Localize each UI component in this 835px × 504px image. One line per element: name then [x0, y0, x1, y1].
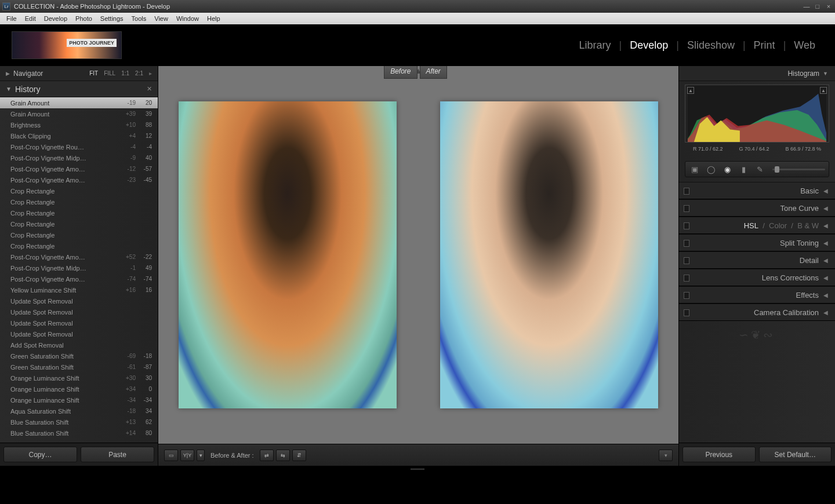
history-item[interactable]: Crop Rectangle [0, 218, 158, 229]
history-item[interactable]: Post-Crop Vignette Amo…-74-74 [0, 273, 158, 284]
module-library[interactable]: Library [571, 39, 619, 52]
panel-switch-icon[interactable] [684, 309, 689, 316]
zoom-2-1[interactable]: 2:1 [135, 70, 143, 76]
paste-button[interactable]: Paste [81, 447, 154, 462]
history-item[interactable]: Blue Saturation Shift+1480 [0, 428, 158, 439]
develop-panel-hsl[interactable]: HSL / Color / B & W◀ [679, 217, 835, 234]
menu-photo[interactable]: Photo [71, 15, 96, 22]
before-image[interactable] [158, 66, 418, 444]
history-item[interactable]: Add Spot Removal [0, 339, 158, 350]
zoom-more-icon[interactable]: ▸ [149, 70, 152, 76]
history-item[interactable]: Post-Crop Vignette Midp…-149 [0, 262, 158, 273]
history-item[interactable]: Post-Crop Vignette Amo…-23-45 [0, 174, 158, 185]
history-item[interactable]: Grain Amount+3939 [0, 108, 158, 119]
zoom-fill[interactable]: FILL [104, 70, 115, 76]
history-item[interactable]: Post-Crop Vignette Amo…-12-57 [0, 163, 158, 174]
copy-after-to-before-button[interactable]: ⇆ [276, 450, 290, 461]
redeye-tool-icon[interactable]: ◉ [721, 163, 733, 175]
history-item[interactable]: Blue Saturation Shift+1362 [0, 417, 158, 428]
history-item[interactable]: Crop Rectangle [0, 185, 158, 196]
module-web[interactable]: Web [786, 39, 823, 52]
menu-edit[interactable]: Edit [21, 15, 40, 22]
set-default-button[interactable]: Set Default… [759, 447, 832, 462]
history-item[interactable]: Update Spot Removal [0, 317, 158, 328]
histogram-header[interactable]: Histogram ▼ [679, 66, 835, 81]
menu-develop[interactable]: Develop [40, 15, 71, 22]
menu-window[interactable]: Window [172, 15, 203, 22]
hsl-tab[interactable]: HSL [744, 221, 758, 230]
menu-settings[interactable]: Settings [96, 15, 128, 22]
copy-button[interactable]: Copy… [3, 447, 77, 462]
develop-panel-camera[interactable]: Camera Calibration◀ [679, 304, 835, 321]
history-item[interactable]: Orange Luminance Shift+340 [0, 384, 158, 395]
develop-panel-basic[interactable]: Basic◀ [679, 182, 835, 199]
shadow-clipping-icon[interactable]: ▲ [687, 87, 694, 94]
module-develop[interactable]: Develop [622, 39, 676, 52]
develop-panel-split[interactable]: Split Toning◀ [679, 234, 835, 251]
history-item[interactable]: Update Spot Removal [0, 328, 158, 339]
window-controls: — □ × [801, 3, 833, 10]
history-clear-icon[interactable]: ✕ [147, 85, 152, 93]
highlight-clipping-icon[interactable]: ▲ [820, 87, 827, 94]
history-item[interactable]: Update Spot Removal [0, 295, 158, 306]
history-item[interactable]: Black Clipping+412 [0, 130, 158, 141]
history-item[interactable]: Brightness+1088 [0, 119, 158, 130]
history-item[interactable]: Yellow Luminance Shift+1616 [0, 284, 158, 295]
history-item[interactable]: Grain Amount-1920 [0, 97, 158, 108]
panel-switch-icon[interactable] [684, 240, 689, 247]
history-item[interactable]: Orange Luminance Shift+3030 [0, 372, 158, 384]
zoom-fit[interactable]: FIT [89, 70, 98, 76]
menu-file[interactable]: File [2, 15, 21, 22]
after-image[interactable] [420, 66, 679, 444]
history-item[interactable]: Aqua Saturation Shift-1834 [0, 406, 158, 417]
history-item[interactable]: Orange Luminance Shift-34-34 [0, 395, 158, 406]
develop-panel-effects[interactable]: Effects◀ [679, 286, 835, 304]
panel-switch-icon[interactable] [684, 188, 689, 195]
navigator-header[interactable]: ▶ Navigator FITFILL1:12:1▸ [0, 66, 158, 81]
minimize-button[interactable]: — [803, 3, 811, 10]
bw-tab[interactable]: B & W [797, 221, 819, 230]
zoom-1-1[interactable]: 1:1 [121, 70, 129, 76]
adjustment-brush-tool-icon[interactable]: ✎ [754, 163, 765, 175]
develop-panel-detail[interactable]: Detail◀ [679, 251, 835, 269]
spot-removal-tool-icon[interactable]: ◯ [705, 163, 717, 175]
loupe-view-button[interactable]: ▭ [164, 450, 178, 461]
history-item[interactable]: Crop Rectangle [0, 196, 158, 207]
copy-before-to-after-button[interactable]: ⇄ [260, 450, 274, 461]
module-print[interactable]: Print [746, 39, 783, 52]
swap-before-after-button[interactable]: ⇵ [292, 450, 306, 461]
history-header[interactable]: ▼ History ✕ [0, 81, 158, 97]
history-item[interactable]: Crop Rectangle [0, 229, 158, 240]
menu-view[interactable]: View [150, 15, 172, 22]
module-slideshow[interactable]: Slideshow [679, 39, 743, 52]
panel-switch-icon[interactable] [684, 292, 689, 299]
histogram-display[interactable]: ▲ ▲ [685, 85, 829, 143]
filmstrip-toggle-handle[interactable]: ▬▬▬ [0, 466, 835, 472]
panel-switch-icon[interactable] [684, 222, 689, 229]
history-item[interactable]: Post-Crop Vignette Rou…-4-4 [0, 141, 158, 152]
graduated-filter-tool-icon[interactable]: ▮ [738, 163, 749, 175]
develop-panel-tone[interactable]: Tone Curve◀ [679, 199, 835, 217]
color-tab[interactable]: Color [769, 221, 787, 230]
tool-slider[interactable] [772, 169, 825, 170]
history-item[interactable]: Post-Crop Vignette Midp…-940 [0, 152, 158, 163]
history-item[interactable]: Crop Rectangle [0, 207, 158, 218]
panel-switch-icon[interactable] [684, 205, 689, 212]
before-after-dropdown-icon[interactable]: ▾ [197, 450, 205, 461]
maximize-button[interactable]: □ [814, 3, 822, 10]
menu-help[interactable]: Help [203, 15, 224, 22]
before-after-yy-button[interactable]: Y|Y [180, 450, 194, 461]
history-item[interactable]: Green Saturation Shift-61-87 [0, 361, 158, 372]
crop-tool-icon[interactable]: ▣ [689, 163, 700, 175]
panel-switch-icon[interactable] [684, 275, 689, 282]
history-item[interactable]: Crop Rectangle [0, 240, 158, 251]
history-item[interactable]: Green Saturation Shift-69-18 [0, 350, 158, 361]
close-button[interactable]: × [825, 3, 833, 10]
panel-switch-icon[interactable] [684, 257, 689, 264]
develop-panel-lens[interactable]: Lens Corrections◀ [679, 269, 835, 286]
toolbar-options-dropdown[interactable]: ▾ [659, 450, 673, 461]
history-item[interactable]: Post-Crop Vignette Amo…+52-22 [0, 251, 158, 262]
menu-tools[interactable]: Tools [128, 15, 151, 22]
history-item[interactable]: Update Spot Removal [0, 306, 158, 317]
previous-button[interactable]: Previous [682, 447, 756, 462]
